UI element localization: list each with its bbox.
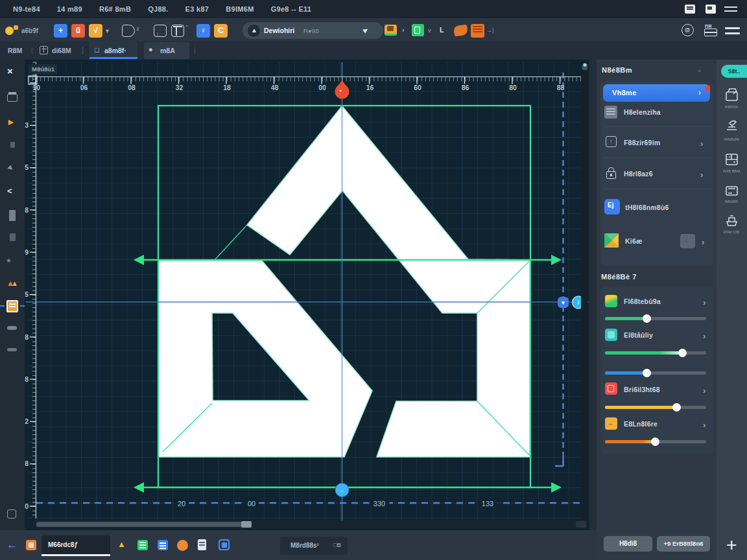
svg-text:330: 330 xyxy=(374,500,385,508)
svg-text:16: 16 xyxy=(366,84,374,91)
svg-text:00: 00 xyxy=(248,500,255,508)
svg-text:8: 8 xyxy=(25,460,29,467)
svg-text:10: 10 xyxy=(25,502,29,510)
svg-text:00: 00 xyxy=(318,84,326,91)
svg-text:↔: ↔ xyxy=(340,488,344,493)
svg-text:20: 20 xyxy=(178,500,185,508)
svg-text:R9M CfB: R9M CfB xyxy=(724,230,739,234)
svg-text:8: 8 xyxy=(25,375,29,383)
svg-text:80: 80 xyxy=(509,84,517,91)
svg-text:2: 2 xyxy=(25,417,29,425)
svg-text:8: 8 xyxy=(25,206,29,214)
svg-text:8: 8 xyxy=(25,333,29,341)
svg-text:06: 06 xyxy=(80,84,88,91)
svg-text:9: 9 xyxy=(25,248,29,256)
svg-text:48: 48 xyxy=(271,84,279,91)
svg-text:M8ú8ù1: M8ú8ù1 xyxy=(32,65,55,73)
svg-text:08: 08 xyxy=(128,84,136,91)
svg-text:88: 88 xyxy=(557,84,565,91)
svg-text:W88 B8M: W88 B8M xyxy=(723,169,740,173)
svg-text:86: 86 xyxy=(462,84,469,91)
svg-text:♥: ♥ xyxy=(562,299,565,306)
svg-text:5: 5 xyxy=(25,290,29,298)
svg-text:5: 5 xyxy=(25,163,29,171)
svg-text:32: 32 xyxy=(176,84,184,91)
svg-text:M8t8b88: M8t8b88 xyxy=(724,137,739,141)
svg-text:B8M8R: B8M8R xyxy=(725,200,739,204)
svg-text:3: 3 xyxy=(25,121,29,129)
svg-text:60: 60 xyxy=(414,84,421,91)
svg-text:18: 18 xyxy=(223,84,231,91)
svg-text:133: 133 xyxy=(482,500,493,508)
svg-text:i: i xyxy=(578,299,580,306)
svg-text:R8fR5ft: R8fR5ft xyxy=(725,105,739,109)
